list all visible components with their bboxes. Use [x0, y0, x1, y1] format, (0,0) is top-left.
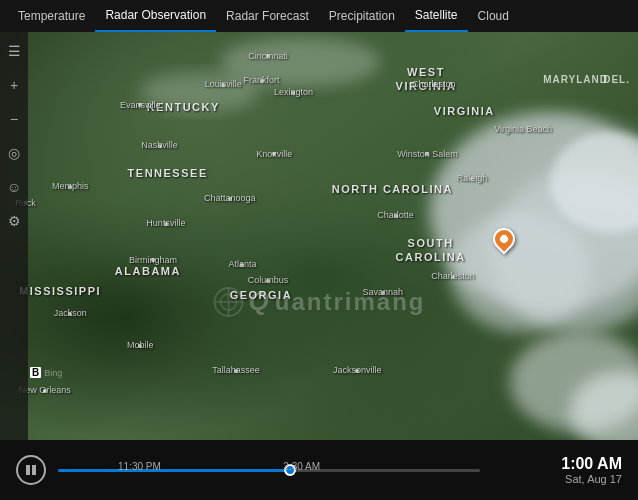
location-icon[interactable]: ◎ [3, 142, 25, 164]
smiley-icon[interactable]: ☺ [3, 176, 25, 198]
svg-rect-13 [32, 465, 36, 475]
nav-satellite[interactable]: Satellite [405, 0, 468, 32]
settings-icon[interactable]: ⚙ [3, 210, 25, 232]
nav-radar-observation[interactable]: Radar Observation [95, 0, 216, 32]
svg-point-5 [140, 72, 260, 112]
state-delaware: DEL. [603, 74, 630, 85]
pause-icon [25, 464, 37, 476]
map-area[interactable]: WESTVIRGINIA KENTUCKY VIRGINIA TENNESSEE… [0, 32, 638, 440]
top-navigation: Temperature Radar Observation Radar Fore… [0, 0, 638, 32]
bing-attribution: B Bing [30, 367, 62, 378]
current-date-value: Sat, Aug 17 [492, 473, 622, 485]
timeline-end-label: 2:30 AM [283, 461, 320, 472]
timeline-start-label: 11:30 PM [118, 461, 161, 472]
time-labels: 11:30 PM 2:30 AM [118, 461, 320, 472]
zoom-in-icon[interactable]: + [3, 74, 25, 96]
location-pin [493, 228, 515, 256]
current-time-value: 1:00 AM [492, 455, 622, 473]
timeline-container: 11:30 PM 2:30 AM [58, 460, 480, 480]
nav-radar-forecast[interactable]: Radar Forecast [216, 0, 319, 32]
bing-b-logo: B [30, 367, 41, 378]
state-maryland: MARYLAND [543, 74, 608, 85]
layers-icon[interactable]: ☰ [3, 40, 25, 62]
bottom-controls: 11:30 PM 2:30 AM 1:00 AM Sat, Aug 17 [0, 440, 638, 500]
left-sidebar: ☰ + − ◎ ☺ ⚙ [0, 32, 28, 440]
nav-precipitation[interactable]: Precipitation [319, 0, 405, 32]
bing-text: Bing [44, 368, 62, 378]
pause-button[interactable] [16, 455, 46, 485]
svg-point-2 [450, 212, 590, 332]
svg-rect-12 [26, 465, 30, 475]
zoom-out-icon[interactable]: − [3, 108, 25, 130]
nav-cloud[interactable]: Cloud [468, 0, 519, 32]
nav-temperature[interactable]: Temperature [8, 0, 95, 32]
current-time-display: 1:00 AM Sat, Aug 17 [492, 455, 622, 485]
map-background: WESTVIRGINIA KENTUCKY VIRGINIA TENNESSEE… [0, 32, 638, 440]
